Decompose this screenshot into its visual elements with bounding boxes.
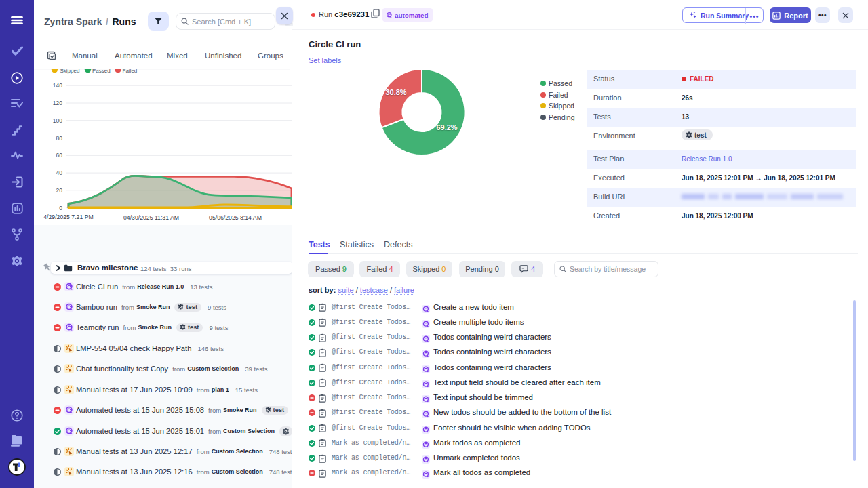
svg-text:100: 100 [53, 117, 62, 124]
svg-text:4/29/2025 7:21 PM: 4/29/2025 7:21 PM [43, 214, 93, 220]
svg-text:69.2%: 69.2% [436, 123, 457, 131]
svg-text:60: 60 [56, 152, 63, 159]
svg-text:30.8%: 30.8% [385, 88, 406, 96]
svg-text:05/06/2025 8:14 AM: 05/06/2025 8:14 AM [209, 214, 262, 221]
svg-text:40: 40 [56, 169, 63, 176]
svg-text:20: 20 [56, 187, 63, 194]
svg-text:140: 140 [53, 82, 62, 89]
svg-text:04/30/2025 11:31 AM: 04/30/2025 11:31 AM [123, 214, 179, 221]
svg-text:80: 80 [56, 135, 63, 142]
svg-text:120: 120 [53, 100, 62, 106]
svg-text:0: 0 [59, 205, 62, 211]
